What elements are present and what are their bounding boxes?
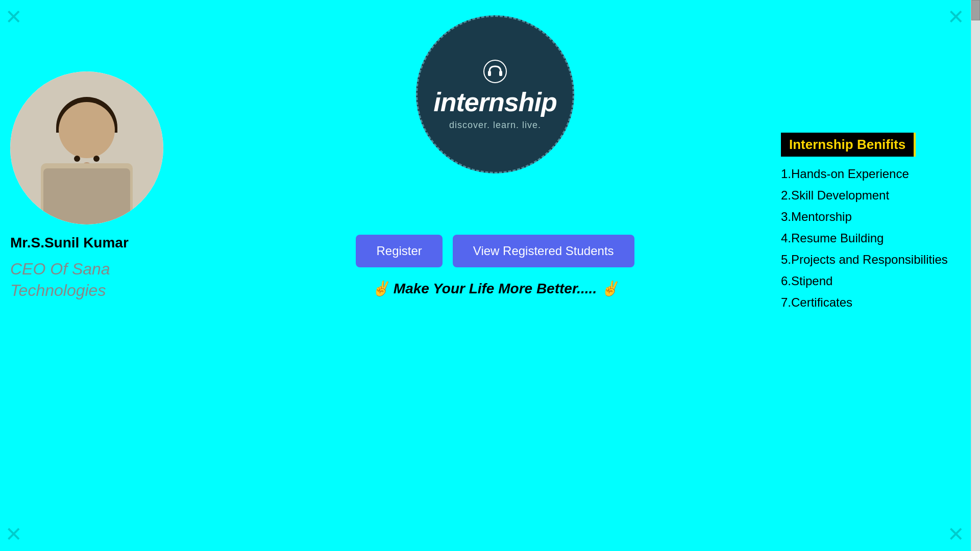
person-eye-left (74, 156, 80, 162)
center-section: internship discover. learn. live. Regist… (225, 15, 766, 297)
logo-brand: internship (433, 87, 556, 117)
tagline-text: Make Your Life More Better..... (394, 281, 597, 296)
svg-point-0 (484, 60, 506, 83)
logo-tagline: discover. learn. live. (449, 120, 541, 131)
benefit-item: 2.Skill Development (781, 188, 960, 203)
avatar (10, 71, 163, 224)
profile-name: Mr.S.Sunil Kumar (10, 235, 204, 251)
person-body (41, 163, 133, 224)
svg-rect-1 (488, 71, 491, 76)
tagline-emoji-right: ✌ (601, 281, 619, 296)
person-head (59, 102, 115, 158)
benefit-item: 5.Projects and Responsibilities (781, 253, 960, 267)
tagline: ✌ Make Your Life More Better..... ✌ (372, 280, 619, 297)
register-button[interactable]: Register (356, 235, 442, 267)
person-shirt (43, 168, 130, 224)
benefit-item: 7.Certificates (781, 295, 960, 310)
person-eye-right (93, 156, 100, 162)
corner-mark-bl: ✕ (5, 522, 22, 546)
corner-mark-tr: ✕ (947, 5, 965, 29)
avatar-image (10, 71, 163, 224)
benefit-item: 6.Stipend (781, 274, 960, 288)
benefit-item: 3.Mentorship (781, 210, 960, 224)
logo-icon (482, 59, 508, 84)
benefits-list: 1.Hands-on Experience2.Skill Development… (781, 167, 960, 310)
corner-mark-tl: ✕ (5, 5, 22, 29)
corner-mark-br: ✕ (947, 522, 965, 546)
scrollbar[interactable] (971, 0, 980, 551)
profile-title: CEO Of Sana Technologies (10, 259, 204, 301)
buttons-container: Register View Registered Students (356, 235, 634, 267)
tagline-emoji-left: ✌ (372, 281, 389, 296)
profile-section: Mr.S.Sunil Kumar CEO Of Sana Technologie… (10, 71, 204, 301)
scrollbar-thumb[interactable] (971, 0, 980, 20)
logo-container: internship discover. learn. live. (416, 15, 574, 173)
benefits-title: Internship Benifits (781, 133, 916, 157)
benefit-item: 1.Hands-on Experience (781, 167, 960, 181)
benefit-item: 4.Resume Building (781, 231, 960, 245)
svg-rect-2 (499, 71, 502, 76)
view-students-button[interactable]: View Registered Students (453, 235, 634, 267)
benefits-section: Internship Benifits 1.Hands-on Experienc… (781, 133, 960, 317)
